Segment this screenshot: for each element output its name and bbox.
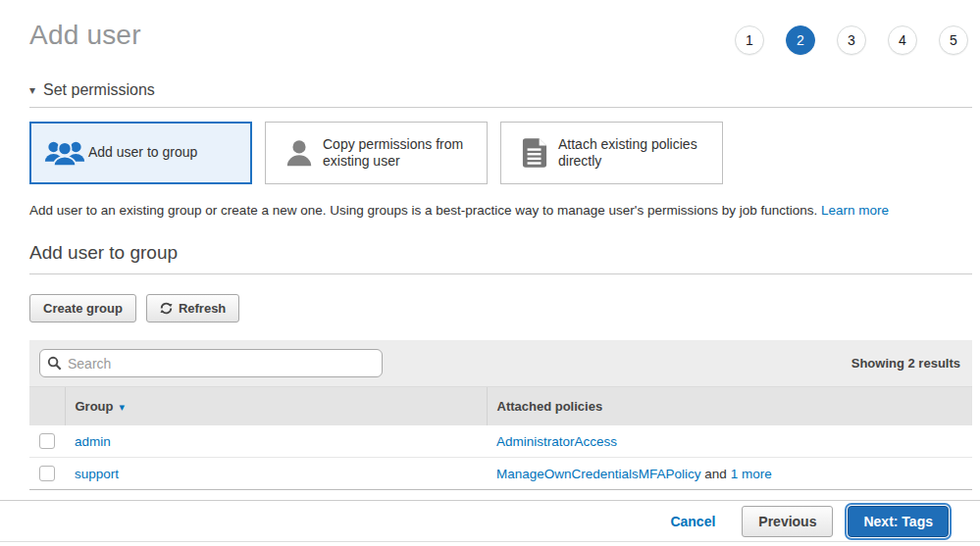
learn-more-link[interactable]: Learn more <box>821 203 889 218</box>
user-icon <box>276 138 323 168</box>
next-tags-button[interactable]: Next: Tags <box>848 506 949 537</box>
card-add-user-to-group[interactable]: Add user to group <box>29 122 252 184</box>
group-section-divider <box>29 273 972 274</box>
column-group[interactable]: Group▾ <box>65 387 487 425</box>
wizard-header: Add user 1 2 3 4 5 <box>29 0 972 55</box>
step-3: 3 <box>837 25 866 55</box>
row-checkbox[interactable] <box>39 466 55 481</box>
group-link[interactable]: support <box>75 467 119 481</box>
add-user-wizard: Add user 1 2 3 4 5 ▾ Set permissions <box>0 0 980 490</box>
policy-link[interactable]: AdministratorAccess <box>496 434 617 449</box>
table-toolbar: Showing 2 results <box>29 340 972 387</box>
row-checkbox[interactable] <box>39 433 55 449</box>
step-1: 1 <box>735 25 764 55</box>
search-box <box>39 349 383 377</box>
permission-option-cards: Add user to group Copy permissions from … <box>29 122 972 184</box>
card-label: Attach existing policies directly <box>558 136 712 171</box>
card-copy-permissions[interactable]: Copy permissions from existing user <box>265 122 488 184</box>
search-icon <box>47 356 62 374</box>
refresh-button[interactable]: Refresh <box>146 294 239 323</box>
refresh-icon <box>160 302 173 315</box>
sort-desc-icon: ▾ <box>120 401 126 413</box>
section-description: Add user to an existing group or create … <box>29 203 972 218</box>
document-icon <box>511 138 558 168</box>
more-policies-link[interactable]: 1 more <box>731 467 772 481</box>
section-divider <box>29 107 972 108</box>
header-checkbox-cell <box>29 387 65 425</box>
column-attached-policies[interactable]: Attached policies <box>487 387 972 425</box>
groups-table: Showing 2 results Group▾ Attached polici… <box>29 340 972 490</box>
step-4: 4 <box>888 25 917 55</box>
step-indicator: 1 2 3 4 5 <box>735 25 968 55</box>
card-label: Copy permissions from existing user <box>323 136 477 171</box>
users-group-icon <box>41 139 88 167</box>
card-attach-policies[interactable]: Attach existing policies directly <box>500 122 723 184</box>
card-label: Add user to group <box>88 144 197 162</box>
group-section-title: Add user to group <box>29 242 972 264</box>
table-header: Group▾ Attached policies <box>29 387 972 425</box>
group-link[interactable]: admin <box>75 434 111 449</box>
table-row-admin: admin AdministratorAccess <box>29 425 972 458</box>
step-5: 5 <box>939 25 968 55</box>
cancel-button[interactable]: Cancel <box>670 514 715 529</box>
description-text: Add user to an existing group or create … <box>29 203 817 218</box>
page-title: Add user <box>29 20 141 51</box>
caret-down-icon: ▾ <box>29 83 35 97</box>
policy-and-text: and <box>701 467 731 481</box>
section-title: Set permissions <box>43 81 155 99</box>
wizard-footer: Cancel Previous Next: Tags <box>0 500 980 542</box>
policy-link[interactable]: ManageOwnCredentialsMFAPolicy <box>496 467 701 481</box>
search-input[interactable] <box>39 349 383 377</box>
group-actions: Create group Refresh <box>29 294 972 323</box>
step-2-active: 2 <box>786 25 815 55</box>
section-set-permissions-toggle[interactable]: ▾ Set permissions <box>29 81 972 99</box>
previous-button[interactable]: Previous <box>742 506 833 537</box>
results-count: Showing 2 results <box>851 356 962 371</box>
create-group-button[interactable]: Create group <box>29 294 136 323</box>
table-row-support: support ManageOwnCredentialsMFAPolicy an… <box>29 458 972 490</box>
